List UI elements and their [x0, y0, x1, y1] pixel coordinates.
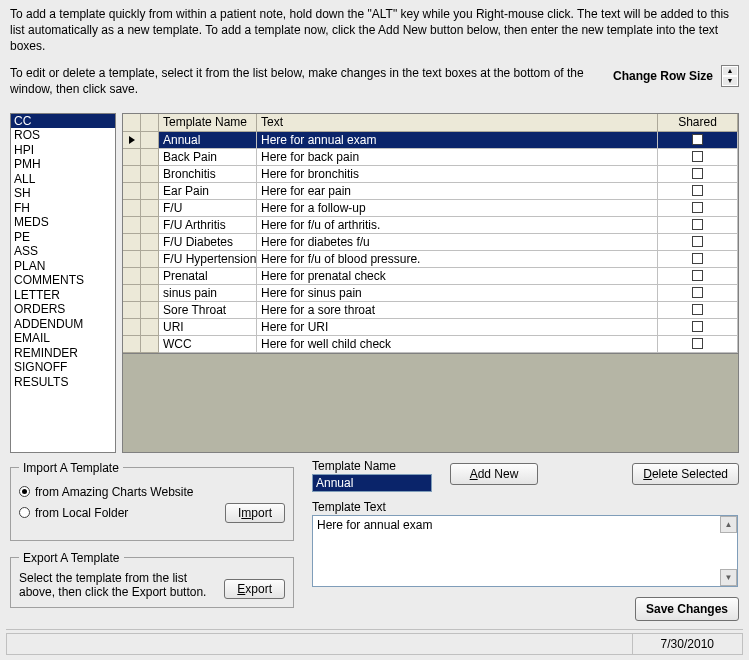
scroll-down-icon[interactable]: ▼	[720, 569, 737, 586]
templates-grid[interactable]: Template NameTextSharedAnnualHere for an…	[122, 113, 739, 354]
cell-shared-checkbox[interactable]	[658, 319, 738, 336]
export-button[interactable]: Export	[224, 579, 285, 599]
cell-template-text[interactable]: Here for well child check	[257, 336, 658, 353]
cell-shared-checkbox[interactable]	[658, 302, 738, 319]
category-item[interactable]: PE	[11, 230, 115, 245]
cell-shared-checkbox[interactable]	[658, 251, 738, 268]
cell-shared-checkbox[interactable]	[658, 183, 738, 200]
category-listbox[interactable]: CCROSHPIPMHALLSHFHMEDSPEASSPLANCOMMENTSL…	[10, 113, 116, 453]
row-selector[interactable]	[123, 268, 141, 285]
cell-template-name[interactable]: WCC	[159, 336, 257, 353]
category-item[interactable]: ADDENDUM	[11, 317, 115, 332]
row-selector[interactable]	[123, 336, 141, 353]
category-item[interactable]: SH	[11, 186, 115, 201]
cell-template-name[interactable]: Prenatal	[159, 268, 257, 285]
col-header-shared[interactable]: Shared	[658, 114, 738, 132]
import-radio-local[interactable]	[19, 507, 30, 518]
row-size-spinner[interactable]: ▲ ▼	[721, 65, 739, 87]
row-header	[141, 132, 159, 149]
row-selector[interactable]	[123, 302, 141, 319]
category-item[interactable]: REMINDER	[11, 346, 115, 361]
delete-selected-button[interactable]: Delete Selected	[632, 463, 739, 485]
category-item[interactable]: PLAN	[11, 259, 115, 274]
cell-shared-checkbox[interactable]	[658, 217, 738, 234]
cell-template-name[interactable]: F/U	[159, 200, 257, 217]
cell-shared-checkbox[interactable]	[658, 200, 738, 217]
import-radio-website[interactable]	[19, 486, 30, 497]
category-item[interactable]: ALL	[11, 172, 115, 187]
cell-template-name[interactable]: Back Pain	[159, 149, 257, 166]
row-selector[interactable]	[123, 319, 141, 336]
row-selector[interactable]	[123, 183, 141, 200]
cell-template-name[interactable]: sinus pain	[159, 285, 257, 302]
cell-template-name[interactable]: Sore Throat	[159, 302, 257, 319]
template-name-input[interactable]	[312, 474, 432, 492]
export-template-group: Export A Template Select the template fr…	[10, 551, 294, 608]
category-item[interactable]: ASS	[11, 244, 115, 259]
import-button[interactable]: Import	[225, 503, 285, 523]
cell-template-text[interactable]: Here for f/u of arthritis.	[257, 217, 658, 234]
cell-template-text[interactable]: Here for diabetes f/u	[257, 234, 658, 251]
cell-template-name[interactable]: URI	[159, 319, 257, 336]
category-item[interactable]: MEDS	[11, 215, 115, 230]
cell-template-name[interactable]: Ear Pain	[159, 183, 257, 200]
cell-template-name[interactable]: Bronchitis	[159, 166, 257, 183]
import-radio-website-label: from Amazing Charts Website	[35, 485, 194, 499]
template-text-input[interactable]: Here for annual exam ▲ ▼	[312, 515, 738, 587]
status-bar: 7/30/2010	[6, 633, 743, 655]
cell-template-name[interactable]: F/U Diabetes	[159, 234, 257, 251]
cell-shared-checkbox[interactable]	[658, 268, 738, 285]
cell-template-text[interactable]: Here for sinus pain	[257, 285, 658, 302]
row-header	[141, 285, 159, 302]
cell-shared-checkbox[interactable]	[658, 149, 738, 166]
row-selector[interactable]	[123, 200, 141, 217]
row-selector[interactable]	[123, 149, 141, 166]
cell-shared-checkbox[interactable]	[658, 132, 738, 149]
row-selector[interactable]	[123, 166, 141, 183]
row-selector[interactable]	[123, 234, 141, 251]
category-item[interactable]: FH	[11, 201, 115, 216]
category-item[interactable]: CC	[11, 114, 115, 129]
cell-shared-checkbox[interactable]	[658, 336, 738, 353]
category-item[interactable]: LETTER	[11, 288, 115, 303]
category-item[interactable]: PMH	[11, 157, 115, 172]
cell-shared-checkbox[interactable]	[658, 285, 738, 302]
cell-template-name[interactable]: F/U Hypertension	[159, 251, 257, 268]
col-header-text[interactable]: Text	[257, 114, 658, 132]
cell-template-text[interactable]: Here for a sore throat	[257, 302, 658, 319]
cell-template-text[interactable]: Here for a follow-up	[257, 200, 658, 217]
col-header-name[interactable]: Template Name	[159, 114, 257, 132]
save-changes-button[interactable]: Save Changes	[635, 597, 739, 621]
row-header	[141, 336, 159, 353]
scroll-up-icon[interactable]: ▲	[720, 516, 737, 533]
category-item[interactable]: HPI	[11, 143, 115, 158]
cell-template-text[interactable]: Here for back pain	[257, 149, 658, 166]
cell-template-text[interactable]: Here for f/u of blood pressure.	[257, 251, 658, 268]
cell-template-name[interactable]: F/U Arthritis	[159, 217, 257, 234]
cell-template-text[interactable]: Here for URI	[257, 319, 658, 336]
row-header	[141, 319, 159, 336]
row-selector[interactable]	[123, 217, 141, 234]
spinner-up-icon[interactable]: ▲	[722, 66, 738, 76]
spinner-down-icon[interactable]: ▼	[722, 76, 738, 86]
category-item[interactable]: EMAIL	[11, 331, 115, 346]
cell-template-text[interactable]: Here for prenatal check	[257, 268, 658, 285]
template-text-value: Here for annual exam	[317, 518, 432, 532]
cell-shared-checkbox[interactable]	[658, 166, 738, 183]
cell-template-text[interactable]: Here for ear pain	[257, 183, 658, 200]
category-item[interactable]: SIGNOFF	[11, 360, 115, 375]
cell-template-text[interactable]: Here for bronchitis	[257, 166, 658, 183]
category-item[interactable]: RESULTS	[11, 375, 115, 390]
category-item[interactable]: ORDERS	[11, 302, 115, 317]
cell-template-name[interactable]: Annual	[159, 132, 257, 149]
export-legend: Export A Template	[19, 551, 124, 565]
row-selector[interactable]	[123, 251, 141, 268]
cell-shared-checkbox[interactable]	[658, 234, 738, 251]
category-item[interactable]: ROS	[11, 128, 115, 143]
category-item[interactable]: COMMENTS	[11, 273, 115, 288]
row-selector[interactable]	[123, 285, 141, 302]
row-selector[interactable]	[123, 132, 141, 149]
add-new-button[interactable]: Add New	[450, 463, 538, 485]
cell-template-text[interactable]: Here for annual exam	[257, 132, 658, 149]
import-template-group: Import A Template from Amazing Charts We…	[10, 461, 294, 541]
